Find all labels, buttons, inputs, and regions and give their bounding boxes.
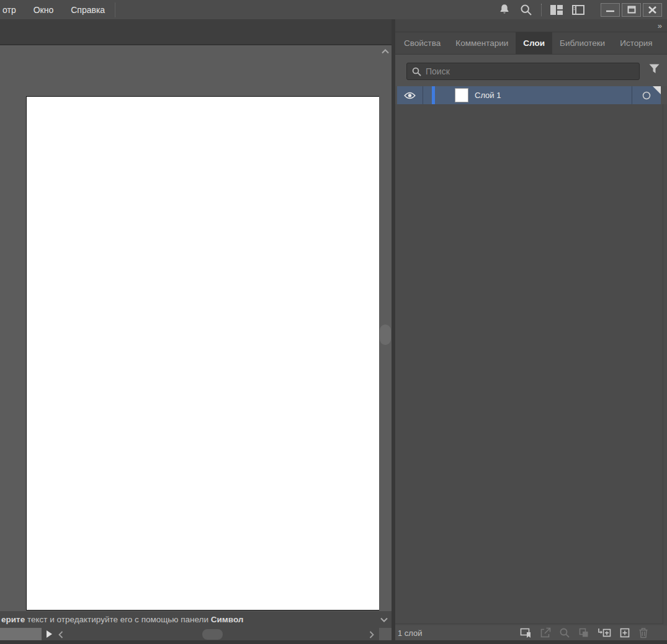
arrange-documents-icon xyxy=(572,5,584,15)
lock-column[interactable] xyxy=(423,86,432,104)
search-icon xyxy=(412,67,421,76)
footer-buttons xyxy=(520,627,648,638)
tab-layers[interactable]: Слои xyxy=(516,32,552,54)
menu-bar: отр Окно Справка xyxy=(0,0,667,19)
new-layer-button[interactable] xyxy=(619,627,630,638)
bell-icon xyxy=(499,4,510,16)
chevron-right-icon xyxy=(369,631,374,638)
chevron-left-icon xyxy=(58,631,63,638)
panel-header-strip: » xyxy=(395,19,667,32)
export-selection-button xyxy=(540,627,551,638)
layer-row[interactable]: Слой 1 xyxy=(397,86,661,104)
document-tab-strip xyxy=(0,19,392,45)
vertical-scrollbar-thumb[interactable] xyxy=(380,324,391,345)
search-input[interactable] xyxy=(426,66,639,76)
notifications-button[interactable] xyxy=(496,2,513,18)
target-circle-icon xyxy=(642,91,651,100)
scroll-up-button[interactable] xyxy=(379,47,392,56)
tab-history[interactable]: История xyxy=(612,32,660,54)
panel-menu-button[interactable] xyxy=(660,32,667,54)
menu-item-view[interactable]: отр xyxy=(0,0,25,19)
scroll-right-button[interactable] xyxy=(368,630,375,639)
delete-selection-button xyxy=(638,627,648,638)
close-icon xyxy=(648,6,656,14)
filter-funnel-icon xyxy=(649,64,660,74)
artboard[interactable] xyxy=(26,96,379,610)
selection-corner-indicator xyxy=(653,86,661,94)
maximize-icon xyxy=(627,6,636,14)
play-triangle-icon[interactable] xyxy=(47,630,52,638)
horizontal-scrollbar[interactable] xyxy=(0,628,392,641)
minimize-icon xyxy=(606,7,614,13)
visibility-toggle[interactable] xyxy=(397,86,423,104)
arrange-documents-button[interactable] xyxy=(570,2,586,18)
maximize-button[interactable] xyxy=(622,3,641,17)
make-clipping-mask-button xyxy=(578,627,589,638)
layer-search-button xyxy=(559,627,570,638)
menu-item-window[interactable]: Окно xyxy=(25,0,63,19)
layers-list-area[interactable] xyxy=(395,104,667,625)
horizontal-scrollbar-thumb[interactable] xyxy=(202,629,223,640)
scroll-left-button[interactable] xyxy=(57,630,65,639)
chevron-up-icon xyxy=(382,49,389,54)
workspace-icon xyxy=(550,5,563,15)
disclosure-column[interactable] xyxy=(435,86,455,104)
filter-button[interactable] xyxy=(649,64,660,74)
app-search-button[interactable] xyxy=(518,2,534,18)
search-icon xyxy=(520,4,532,16)
toolbar-divider xyxy=(541,4,542,16)
menu-item-help[interactable]: Справка xyxy=(62,0,114,19)
locate-object-button[interactable] xyxy=(520,627,532,638)
workspace-switcher-button[interactable] xyxy=(548,2,565,18)
layer-thumbnail[interactable] xyxy=(455,88,468,102)
layers-panel-footer: 1 слой xyxy=(395,625,667,640)
tab-properties[interactable]: Свойства xyxy=(396,32,448,54)
panel-tabs: Свойства Комментарии Слои Библиотеки Ист… xyxy=(395,32,667,55)
menu-items: отр Окно Справка xyxy=(0,0,115,19)
layer-name[interactable]: Слой 1 xyxy=(475,91,501,100)
status-hint-text: ерите текст и отредактируйте его с помощ… xyxy=(1,615,243,624)
search-field[interactable] xyxy=(406,63,640,80)
layers-panel-group: » Свойства Комментарии Слои Библиотеки И… xyxy=(395,19,667,644)
status-bar: ерите текст и отредактируйте его с помощ… xyxy=(0,611,392,628)
tab-libraries[interactable]: Библиотеки xyxy=(552,32,612,54)
collapse-panels-button[interactable]: » xyxy=(658,21,667,30)
list-inner-border xyxy=(395,104,663,624)
minimize-button[interactable] xyxy=(601,3,620,17)
tab-comments[interactable]: Комментарии xyxy=(448,32,516,54)
menu-divider xyxy=(115,2,115,17)
status-corner-widget[interactable] xyxy=(0,628,42,641)
chevron-down-icon xyxy=(380,617,388,622)
window-bottom-edge xyxy=(0,640,667,644)
close-button[interactable] xyxy=(643,3,662,17)
new-sublayer-button[interactable] xyxy=(598,627,611,638)
eye-icon xyxy=(404,92,416,99)
scrollbar-corner xyxy=(379,628,392,641)
scroll-down-button[interactable] xyxy=(378,615,390,624)
layers-search-row xyxy=(395,55,667,86)
layer-count-label: 1 слой xyxy=(398,628,423,638)
